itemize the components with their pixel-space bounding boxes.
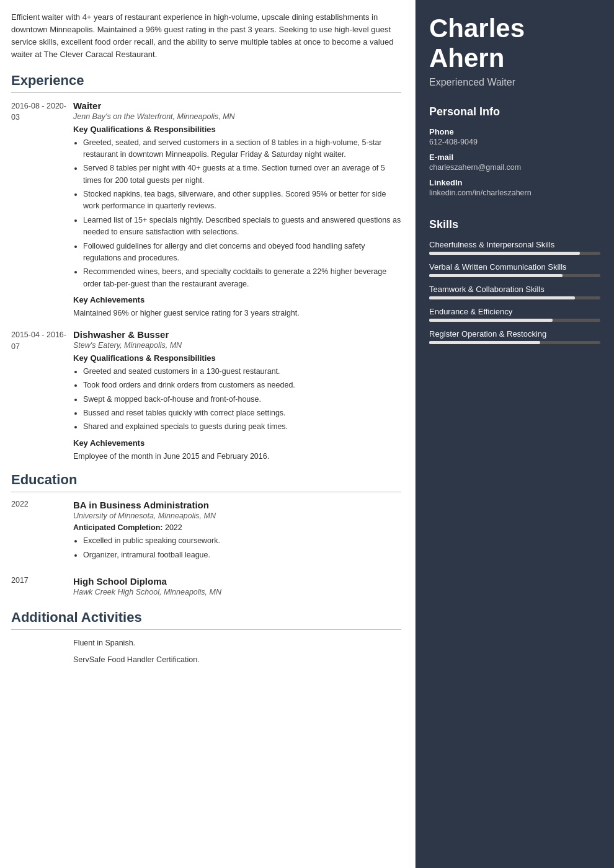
skill-name-0: Cheerfulness & Interpersonal Skills	[429, 240, 600, 249]
bullet-item-1-4: Shared and explained specials to guests …	[83, 421, 401, 433]
edu-block-1: 2017High School DiplomaHawk Creek High S…	[11, 576, 401, 600]
skill-bar-fill-0	[429, 252, 580, 255]
skill-bar-fill-4	[429, 341, 540, 344]
skill-bar-bg-0	[429, 252, 600, 255]
additional-divider	[11, 629, 401, 630]
skill-item-0: Cheerfulness & Interpersonal Skills	[429, 240, 600, 255]
summary-text: Efficient waiter with 4+ years of restau…	[11, 11, 401, 61]
job-date-1: 2015-04 - 2016-07	[11, 329, 73, 463]
job-title-1: Dishwasher & Busser	[73, 329, 401, 340]
edu-block-0: 2022BA in Business AdministrationUnivers…	[11, 500, 401, 566]
full-name: Charles Ahern	[429, 14, 600, 74]
skill-name-2: Teamwork & Collaboration Skills	[429, 285, 600, 294]
achieve-text-0: Maintained 96% or higher guest service r…	[73, 308, 401, 319]
bullet-item-1-3: Bussed and reset tables quickly with cor…	[83, 407, 401, 419]
edu-date-0: 2022	[11, 500, 73, 566]
bullet-item-1-1: Took food orders and drink orders from c…	[83, 379, 401, 391]
bullet-item-0-5: Recommended wines, beers, and specialty …	[83, 266, 401, 290]
skills-title: Skills	[429, 218, 600, 234]
job-company-1: Stew's Eatery, Minneapolis, MN	[73, 341, 401, 350]
skill-bar-bg-2	[429, 296, 600, 299]
job-block-1: 2015-04 - 2016-07Dishwasher & BusserStew…	[11, 329, 401, 463]
phone-value: 612-408-9049	[429, 138, 600, 146]
bullet-list-1: Greeted and seated customers in a 130-gu…	[83, 366, 401, 433]
right-panel: Charles Ahern Experienced Waiter Persona…	[416, 0, 614, 868]
job-date-0: 2016-08 - 2020-03	[11, 100, 73, 319]
skill-item-1: Verbal & Written Communication Skills	[429, 262, 600, 277]
skill-item-3: Endurance & Efficiency	[429, 307, 600, 322]
bullet-item-0-0: Greeted, seated, and served customers in…	[83, 137, 401, 161]
edu-bullet-0-1: Organizer, intramural football league.	[83, 549, 220, 561]
education-container: 2022BA in Business AdministrationUnivers…	[11, 500, 401, 600]
edu-degree-1: High School Diploma	[73, 576, 221, 587]
linkedin-label: LinkedIn	[429, 178, 600, 187]
qual-label-1: Key Qualifications & Responsibilities	[73, 353, 401, 363]
personal-info-title: Personal Info	[429, 105, 600, 121]
skills-container: Cheerfulness & Interpersonal SkillsVerba…	[429, 240, 600, 344]
personal-info-section: Personal Info Phone 612-408-9049 E-mail …	[416, 97, 614, 210]
edu-date-1: 2017	[11, 576, 73, 600]
job-subtitle: Experienced Waiter	[429, 77, 600, 88]
bullet-item-0-4: Followed guidelines for allergy and diet…	[83, 241, 401, 265]
edu-school-0: University of Minnesota, Minneapolis, MN	[73, 512, 220, 520]
left-panel: Efficient waiter with 4+ years of restau…	[0, 0, 416, 868]
email-label: E-mail	[429, 153, 600, 162]
education-section-title: Education	[11, 472, 401, 488]
bullet-item-1-2: Swept & mopped back-of-house and front-o…	[83, 394, 401, 405]
phone-label: Phone	[429, 127, 600, 136]
skill-bar-fill-1	[429, 274, 563, 277]
job-company-0: Jenn Bay's on the Waterfront, Minneapoli…	[73, 112, 401, 121]
name-header: Charles Ahern Experienced Waiter	[416, 0, 614, 97]
achieve-text-1: Employee of the month in June 2015 and F…	[73, 451, 401, 463]
skill-bar-bg-3	[429, 319, 600, 322]
education-divider	[11, 492, 401, 492]
edu-bullet-0-0: Excelled in public speaking coursework.	[83, 535, 220, 547]
job-block-0: 2016-08 - 2020-03WaiterJenn Bay's on the…	[11, 100, 401, 319]
edu-bullets-0: Excelled in public speaking coursework.O…	[83, 535, 220, 561]
skills-section: Skills Cheerfulness & Interpersonal Skil…	[416, 210, 614, 358]
bullet-item-0-3: Learned list of 15+ specials nightly. De…	[83, 215, 401, 239]
edu-detail-0: BA in Business AdministrationUniversity …	[73, 500, 220, 566]
edu-degree-0: BA in Business Administration	[73, 500, 220, 510]
jobs-container: 2016-08 - 2020-03WaiterJenn Bay's on the…	[11, 100, 401, 463]
qual-label-0: Key Qualifications & Responsibilities	[73, 125, 401, 134]
activity-item-0: Fluent in Spanish.	[73, 637, 401, 649]
experience-divider	[11, 92, 401, 93]
first-name: Charles	[429, 14, 525, 43]
email-value: charleszahern@gmail.com	[429, 163, 600, 172]
activities-container: Fluent in Spanish.ServSafe Food Handler …	[11, 637, 401, 666]
skill-bar-bg-1	[429, 274, 600, 277]
job-detail-0: WaiterJenn Bay's on the Waterfront, Minn…	[73, 100, 401, 319]
skill-bar-fill-3	[429, 319, 553, 322]
edu-anticipated-0: Anticipated Completion: 2022	[73, 523, 220, 532]
bullet-item-0-1: Served 8 tables per night with 40+ guest…	[83, 162, 401, 187]
last-name: Ahern	[429, 43, 504, 73]
skill-name-4: Register Operation & Restocking	[429, 329, 600, 339]
achieve-label-1: Key Achievements	[73, 438, 401, 448]
skill-bar-fill-2	[429, 296, 575, 299]
edu-detail-1: High School DiplomaHawk Creek High Schoo…	[73, 576, 221, 600]
additional-section-title: Additional Activities	[11, 609, 401, 626]
job-title-0: Waiter	[73, 100, 401, 111]
experience-section-title: Experience	[11, 73, 401, 89]
skill-name-3: Endurance & Efficiency	[429, 307, 600, 316]
skill-item-4: Register Operation & Restocking	[429, 329, 600, 344]
linkedin-value: linkedin.com/in/charleszahern	[429, 188, 600, 197]
bullet-list-0: Greeted, seated, and served customers in…	[83, 137, 401, 291]
edu-school-1: Hawk Creek High School, Minneapolis, MN	[73, 588, 221, 596]
skill-bar-bg-4	[429, 341, 600, 344]
job-detail-1: Dishwasher & BusserStew's Eatery, Minnea…	[73, 329, 401, 463]
skill-name-1: Verbal & Written Communication Skills	[429, 262, 600, 272]
bullet-item-1-0: Greeted and seated customers in a 130-gu…	[83, 366, 401, 378]
activity-item-1: ServSafe Food Handler Certification.	[73, 654, 401, 666]
skill-item-2: Teamwork & Collaboration Skills	[429, 285, 600, 299]
achieve-label-0: Key Achievements	[73, 295, 401, 304]
bullet-item-0-2: Stocked napkins, tea bags, silverware, a…	[83, 188, 401, 213]
